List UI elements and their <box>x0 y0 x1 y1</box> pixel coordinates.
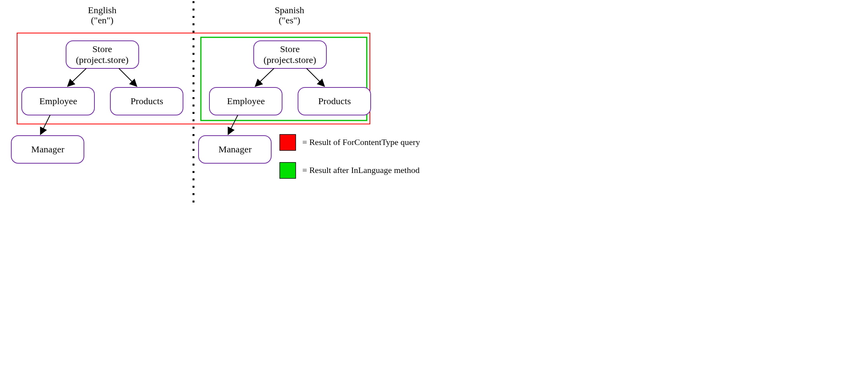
node-store-en-title: Store <box>92 44 112 54</box>
header-english-code: ("en") <box>91 15 113 25</box>
legend-swatch-green <box>280 162 296 178</box>
arrow-employee-manager-es <box>228 115 238 134</box>
legend-red-label: = Result of ForContentType query <box>302 137 420 147</box>
arrow-employee-manager-en <box>40 115 50 134</box>
header-english-label: English <box>88 5 116 15</box>
header-spanish-label: Spanish <box>275 5 304 15</box>
header-spanish-code: ("es") <box>279 15 300 25</box>
node-products-es-label: Products <box>318 96 351 106</box>
node-store-es-subtitle: (project.store) <box>263 55 316 65</box>
legend-green-label: = Result after InLanguage method <box>302 165 420 175</box>
node-manager-es-label: Manager <box>218 144 251 154</box>
node-products-en-label: Products <box>131 96 163 106</box>
node-store-en-subtitle: (project.store) <box>76 55 128 65</box>
node-store-es-title: Store <box>280 44 300 54</box>
node-employee-en-label: Employee <box>39 96 77 106</box>
arrow-store-employee-en <box>68 68 86 86</box>
node-manager-en-label: Manager <box>31 144 64 154</box>
arrow-store-products-es <box>307 68 324 86</box>
arrow-store-employee-es <box>255 68 274 86</box>
node-employee-es-label: Employee <box>227 96 265 106</box>
arrow-store-products-en <box>119 68 137 86</box>
diagram-canvas: English ("en") Spanish ("es") Store (pro… <box>0 0 579 256</box>
legend-swatch-red <box>280 134 296 150</box>
